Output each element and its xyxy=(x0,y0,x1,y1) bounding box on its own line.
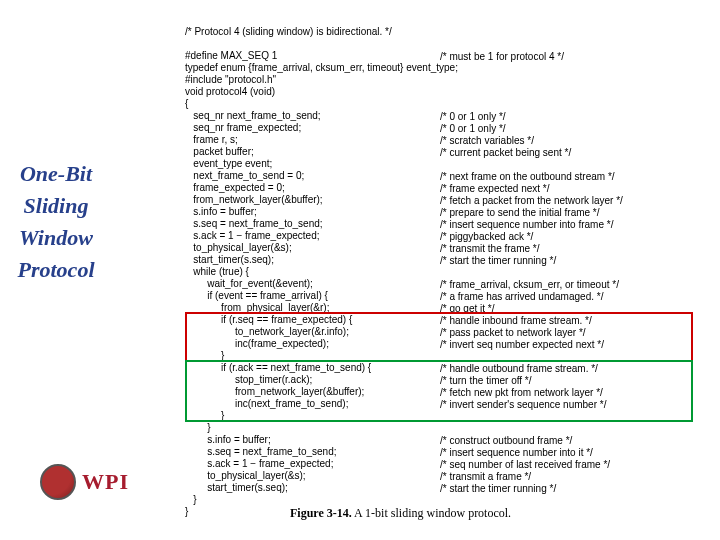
code-listing: /* Protocol 4 (sliding window) is bidire… xyxy=(185,26,458,518)
inbound-highlight-box xyxy=(185,312,693,362)
title-line-2: Sliding xyxy=(24,193,89,218)
wpi-seal-icon xyxy=(40,464,76,500)
figure-text: A 1-bit sliding window protocol. xyxy=(352,506,511,520)
figure-label: Figure 3-14. xyxy=(290,506,352,520)
code-comment: /* start the timer running */ xyxy=(440,254,556,267)
title-line-1: One-Bit xyxy=(20,161,92,186)
slide: One-Bit Sliding Window Protocol /* Proto… xyxy=(0,0,720,540)
outbound-highlight-box xyxy=(185,360,693,422)
wpi-wordmark: WPI xyxy=(82,469,129,495)
title-line-4: Protocol xyxy=(18,257,95,282)
code-comment: /* current packet being sent */ xyxy=(440,146,571,159)
slide-title: One-Bit Sliding Window Protocol xyxy=(6,158,106,286)
title-line-3: Window xyxy=(19,225,93,250)
wpi-logo: WPI xyxy=(40,464,129,500)
code-comment: /* start the timer running */ xyxy=(440,482,556,495)
figure-caption: Figure 3-14. A 1-bit sliding window prot… xyxy=(290,506,511,521)
code-comment: /* must be 1 for protocol 4 */ xyxy=(440,50,564,63)
